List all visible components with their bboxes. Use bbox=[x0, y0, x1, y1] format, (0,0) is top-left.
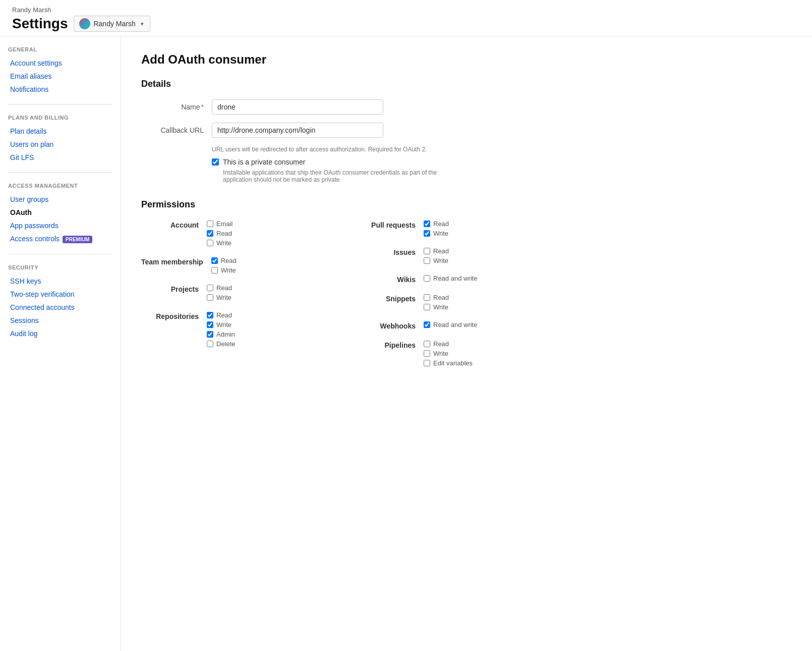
private-checkbox-label[interactable]: This is a private consumer bbox=[212, 158, 464, 166]
perm-group-label: Snippets bbox=[358, 294, 424, 303]
perm-label: Write bbox=[216, 239, 231, 247]
sidebar-item-git-lfs[interactable]: Git LFS bbox=[8, 151, 112, 164]
perm-item[interactable]: Email bbox=[207, 220, 233, 228]
perm-item[interactable]: Read and write bbox=[424, 321, 477, 329]
perm-checkbox[interactable] bbox=[424, 294, 430, 301]
perm-label: Write bbox=[433, 350, 448, 357]
perm-item[interactable]: Write bbox=[207, 321, 236, 329]
perm-label: Write bbox=[216, 294, 231, 301]
perm-group-pipelines: PipelinesReadWriteEdit variables bbox=[358, 340, 555, 367]
sidebar-item-account-settings[interactable]: Account settings bbox=[8, 57, 112, 70]
perm-checkbox[interactable] bbox=[207, 331, 213, 338]
perm-group-label: Team membership bbox=[141, 257, 211, 266]
avatar bbox=[79, 18, 90, 29]
sidebar-item-two-step[interactable]: Two-step verification bbox=[8, 288, 112, 301]
sidebar-item-user-groups[interactable]: User groups bbox=[8, 193, 112, 206]
name-field-row: Name* bbox=[141, 99, 555, 115]
perm-item[interactable]: Read bbox=[424, 340, 473, 348]
perm-group-issues: IssuesReadWrite bbox=[358, 247, 555, 264]
app-container: Randy Marsh Settings Randy Marsh ▼ GENER… bbox=[0, 0, 812, 651]
perm-label: Email bbox=[216, 220, 233, 228]
perm-group-label: Account bbox=[141, 220, 207, 229]
perm-item[interactable]: Read bbox=[207, 230, 233, 237]
perm-item[interactable]: Delete bbox=[207, 340, 236, 348]
perm-item[interactable]: Write bbox=[207, 294, 232, 301]
sidebar-item-access-controls[interactable]: Access controlsPREMIUM bbox=[8, 232, 112, 246]
perm-checkbox[interactable] bbox=[424, 360, 430, 366]
perm-item[interactable]: Write bbox=[424, 230, 449, 237]
perm-checkbox[interactable] bbox=[207, 294, 213, 301]
sidebar-item-notifications[interactable]: Notifications bbox=[8, 83, 112, 96]
perm-item[interactable]: Write bbox=[424, 303, 449, 311]
sidebar-divider-1 bbox=[8, 104, 112, 104]
perm-item[interactable]: Write bbox=[211, 266, 237, 274]
perm-item[interactable]: Read bbox=[424, 247, 449, 255]
perm-checkbox[interactable] bbox=[207, 321, 213, 328]
perm-item[interactable]: Write bbox=[207, 239, 233, 247]
perm-checkbox[interactable] bbox=[424, 321, 430, 328]
perm-label: Read bbox=[216, 284, 232, 292]
sidebar-item-email-aliases[interactable]: Email aliases bbox=[8, 70, 112, 83]
main-content: Add OAuth consumer Details Name* Callbac… bbox=[121, 36, 575, 651]
perm-checkbox[interactable] bbox=[211, 267, 218, 274]
perm-checkbox[interactable] bbox=[424, 230, 430, 237]
sidebar-item-oauth[interactable]: OAuth bbox=[8, 206, 112, 219]
permissions-section: Permissions AccountEmailReadWriteTeam me… bbox=[141, 199, 555, 367]
perm-checkbox[interactable] bbox=[207, 221, 213, 227]
permissions-heading: Permissions bbox=[141, 199, 555, 210]
main-layout: GENERALAccount settingsEmail aliasesNoti… bbox=[0, 36, 812, 651]
sidebar-section-label-2: ACCESS MANAGEMENT bbox=[8, 183, 112, 189]
user-badge-button[interactable]: Randy Marsh ▼ bbox=[74, 16, 150, 32]
sidebar-item-app-passwords[interactable]: App passwords bbox=[8, 219, 112, 232]
perm-item[interactable]: Read bbox=[207, 311, 236, 319]
perm-group-label: Repositories bbox=[141, 311, 207, 320]
perm-checkbox[interactable] bbox=[207, 285, 213, 291]
details-heading: Details bbox=[141, 79, 555, 89]
perm-item[interactable]: Write bbox=[424, 350, 473, 357]
perm-label: Read bbox=[216, 230, 232, 237]
perm-label: Read bbox=[433, 294, 449, 301]
page-title: Settings bbox=[12, 16, 68, 32]
sidebar-item-users-on-plan[interactable]: Users on plan bbox=[8, 138, 112, 151]
perm-item[interactable]: Read bbox=[211, 257, 237, 264]
perm-checkbox[interactable] bbox=[424, 257, 430, 264]
permissions-left-col: AccountEmailReadWriteTeam membershipRead… bbox=[141, 220, 338, 367]
perm-label: Write bbox=[433, 230, 448, 237]
perm-checkbox[interactable] bbox=[424, 350, 430, 357]
perm-item[interactable]: Write bbox=[424, 257, 449, 264]
premium-badge: PREMIUM bbox=[63, 236, 92, 243]
sidebar-item-ssh-keys[interactable]: SSH keys bbox=[8, 275, 112, 288]
perm-checkbox[interactable] bbox=[207, 240, 213, 246]
private-checkbox[interactable] bbox=[212, 158, 219, 166]
sidebar-item-audit-log[interactable]: Audit log bbox=[8, 327, 112, 340]
sidebar-item-plan-details[interactable]: Plan details bbox=[8, 125, 112, 138]
perm-checkbox[interactable] bbox=[211, 257, 218, 264]
sidebar-section-label-3: SECURITY bbox=[8, 264, 112, 270]
perm-checkbox[interactable] bbox=[424, 304, 430, 310]
perm-item[interactable]: Read bbox=[424, 220, 449, 228]
callback-input[interactable] bbox=[212, 123, 383, 138]
perm-checkbox[interactable] bbox=[424, 221, 430, 227]
perm-item[interactable]: Admin bbox=[207, 331, 236, 338]
callback-label: Callback URL bbox=[141, 123, 212, 134]
perm-group-pull-requests: Pull requestsReadWrite bbox=[358, 220, 555, 237]
perm-checkbox[interactable] bbox=[207, 230, 213, 237]
perm-group-label: Pipelines bbox=[358, 340, 424, 349]
name-input[interactable] bbox=[212, 99, 383, 115]
perm-group-wikis: WikisRead and write bbox=[358, 275, 555, 284]
perm-item[interactable]: Edit variables bbox=[424, 359, 473, 367]
perm-item[interactable]: Read bbox=[207, 284, 232, 292]
sidebar-item-connected-accounts[interactable]: Connected accounts bbox=[8, 301, 112, 314]
perm-checkbox[interactable] bbox=[424, 275, 430, 282]
perm-checkbox[interactable] bbox=[207, 312, 213, 318]
perm-item[interactable]: Read and write bbox=[424, 275, 477, 282]
perm-item[interactable]: Read bbox=[424, 294, 449, 301]
perm-checkbox[interactable] bbox=[424, 341, 430, 347]
sidebar-section-label-0: GENERAL bbox=[8, 46, 112, 52]
permissions-right-col: Pull requestsReadWriteIssuesReadWriteWik… bbox=[358, 220, 555, 367]
perm-label: Admin bbox=[216, 331, 235, 338]
perm-checkbox[interactable] bbox=[207, 341, 213, 347]
sidebar-item-sessions[interactable]: Sessions bbox=[8, 314, 112, 327]
perm-label: Read and write bbox=[433, 321, 477, 329]
perm-checkbox[interactable] bbox=[424, 248, 430, 254]
